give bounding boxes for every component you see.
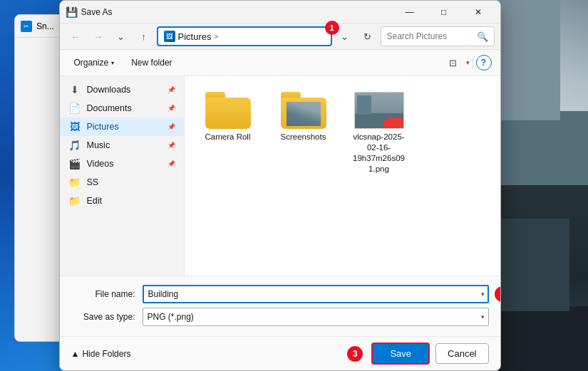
toolbar-right: ⊡ ▾ ? bbox=[443, 53, 492, 73]
sidebar-item-pictures[interactable]: 🖼 Pictures 📌 bbox=[60, 117, 184, 136]
minimize-button[interactable]: — bbox=[393, 1, 426, 23]
file-item-camera-roll[interactable]: Camera Roll bbox=[196, 88, 260, 179]
footer: ▲ Hide Folders 3 Save Cancel bbox=[60, 336, 500, 370]
new-folder-label: New folder bbox=[131, 58, 172, 68]
filename-field: ▾ 2 bbox=[143, 285, 489, 303]
snip-icon: ✂ bbox=[21, 21, 32, 32]
sidebar-item-label-music: Music bbox=[87, 140, 110, 150]
filetype-select[interactable]: PNG (*.png) JPEG (*.jpg) BMP (*.bmp) bbox=[143, 308, 489, 326]
filename-input[interactable] bbox=[143, 285, 489, 303]
filename-row: File name: ▾ 2 bbox=[71, 285, 489, 303]
sidebar-item-music[interactable]: 🎵 Music 📌 bbox=[60, 136, 184, 155]
back-button[interactable]: ← bbox=[66, 26, 86, 46]
view-chevron-icon: ▾ bbox=[466, 59, 470, 66]
content-area: ⬇ Downloads 📌 📄 Documents 📌 🖼 Pictures 📌… bbox=[60, 76, 500, 276]
new-folder-button[interactable]: New folder bbox=[125, 55, 177, 70]
path-chevron-icon: > bbox=[214, 33, 218, 41]
music-icon: 🎵 bbox=[68, 140, 81, 151]
ss-folder-icon: 📁 bbox=[68, 177, 81, 188]
search-box: 🔍 bbox=[381, 26, 495, 46]
forward-button[interactable]: → bbox=[88, 26, 108, 46]
toolbar-divider bbox=[473, 57, 473, 68]
filetype-field: PNG (*.png) JPEG (*.jpg) BMP (*.bmp) ▾ bbox=[143, 308, 489, 326]
sidebar-item-videos[interactable]: 🎬 Videos 📌 bbox=[60, 155, 184, 173]
titlebar: 💾 Save As — □ ✕ bbox=[60, 1, 500, 23]
pictures-pin-icon: 📌 bbox=[167, 123, 175, 130]
sidebar-item-label-pictures: Pictures bbox=[87, 122, 119, 132]
dialog-title: Save As bbox=[81, 7, 389, 17]
badge-3: 3 bbox=[347, 346, 363, 362]
file-item-screenshots[interactable]: Screenshots bbox=[272, 88, 336, 179]
footer-actions: 3 Save Cancel bbox=[347, 343, 488, 365]
cancel-button[interactable]: Cancel bbox=[435, 343, 488, 364]
file-label-camera-roll: Camera Roll bbox=[205, 132, 251, 142]
pictures-icon: 🖼 bbox=[68, 121, 81, 132]
up-button[interactable]: ↑ bbox=[134, 26, 154, 46]
view-toggle-button[interactable]: ⊡ bbox=[443, 53, 463, 73]
badge-2: 2 bbox=[495, 286, 501, 302]
expand-button[interactable]: ⌄ bbox=[111, 26, 131, 46]
hide-folders-label: Hide Folders bbox=[82, 349, 130, 359]
dialog-icon: 💾 bbox=[66, 6, 77, 18]
organize-button[interactable]: Organize ▾ bbox=[68, 55, 120, 70]
vlcsnap-thumb bbox=[354, 92, 404, 129]
sidebar-item-label-edit: Edit bbox=[87, 196, 103, 206]
sidebar-item-documents[interactable]: 📄 Documents 📌 bbox=[60, 99, 184, 117]
sidebar-item-downloads[interactable]: ⬇ Downloads 📌 bbox=[60, 80, 184, 99]
organize-chevron-icon: ▾ bbox=[111, 60, 114, 66]
edit-folder-icon: 📁 bbox=[68, 195, 81, 207]
badge-1: 1 bbox=[325, 21, 339, 35]
music-pin-icon: 📌 bbox=[167, 142, 175, 149]
help-button[interactable]: ? bbox=[476, 55, 492, 70]
address-bar: ← → ⌄ ↑ 🖼 Pictures > 1 ⌄ ↻ 🔍 bbox=[60, 23, 500, 50]
search-input[interactable] bbox=[387, 31, 473, 41]
screenshots-folder-thumb bbox=[281, 92, 326, 129]
file-area: Camera Roll Screenshots bbox=[185, 76, 500, 276]
sidebar-item-label-ss: SS bbox=[87, 177, 99, 187]
address-path-box[interactable]: 🖼 Pictures > 1 bbox=[157, 26, 332, 46]
search-icon: 🔍 bbox=[477, 31, 488, 42]
file-label-screenshots: Screenshots bbox=[281, 132, 326, 142]
filetype-label: Save as type: bbox=[71, 312, 135, 322]
path-label: Pictures bbox=[178, 31, 212, 42]
file-label-vlcsnap: vlcsnap-2025-02-16-19h37m26s091.png bbox=[351, 132, 407, 174]
save-button[interactable]: Save bbox=[371, 343, 430, 365]
sidebar-item-ss[interactable]: 📁 SS bbox=[60, 173, 184, 192]
save-as-dialog: 💾 Save As — □ ✕ ← → ⌄ ↑ 🖼 Pictures > 1 ⌄… bbox=[59, 0, 501, 371]
file-item-vlcsnap[interactable]: vlcsnap-2025-02-16-19h37m26s091.png bbox=[347, 88, 411, 179]
sidebar: ⬇ Downloads 📌 📄 Documents 📌 🖼 Pictures 📌… bbox=[60, 76, 185, 276]
hide-folders-button[interactable]: ▲ Hide Folders bbox=[71, 349, 131, 359]
downloads-pin-icon: 📌 bbox=[167, 86, 175, 93]
documents-pin-icon: 📌 bbox=[167, 105, 175, 112]
videos-pin-icon: 📌 bbox=[167, 160, 175, 167]
maximize-button[interactable]: □ bbox=[428, 1, 460, 23]
bottom-area: File name: ▾ 2 Save as type: PNG (*.png)… bbox=[60, 276, 500, 336]
filename-label: File name: bbox=[71, 289, 135, 299]
sidebar-item-label-documents: Documents bbox=[87, 103, 132, 113]
filetype-row: Save as type: PNG (*.png) JPEG (*.jpg) B… bbox=[71, 308, 489, 326]
documents-icon: 📄 bbox=[68, 103, 81, 114]
sidebar-item-label-videos: Videos bbox=[87, 159, 114, 169]
organize-label: Organize bbox=[74, 58, 109, 68]
camera-roll-folder-thumb bbox=[205, 92, 251, 129]
sidebar-item-label-downloads: Downloads bbox=[87, 85, 131, 95]
folder-body-2 bbox=[281, 98, 326, 129]
sidebar-item-edit[interactable]: 📁 Edit bbox=[60, 192, 184, 210]
path-folder-icon: 🖼 bbox=[164, 31, 175, 42]
snip-title: Sn... bbox=[36, 21, 54, 31]
videos-icon: 🎬 bbox=[68, 158, 81, 169]
refresh-button[interactable]: ↻ bbox=[358, 26, 378, 46]
hide-folders-chevron-icon: ▲ bbox=[71, 349, 80, 359]
window-controls: — □ ✕ bbox=[393, 1, 495, 23]
toolbar: Organize ▾ New folder ⊡ ▾ ? bbox=[60, 50, 500, 76]
downloads-icon: ⬇ bbox=[68, 84, 81, 95]
folder-body bbox=[205, 98, 251, 129]
close-button[interactable]: ✕ bbox=[462, 1, 495, 23]
